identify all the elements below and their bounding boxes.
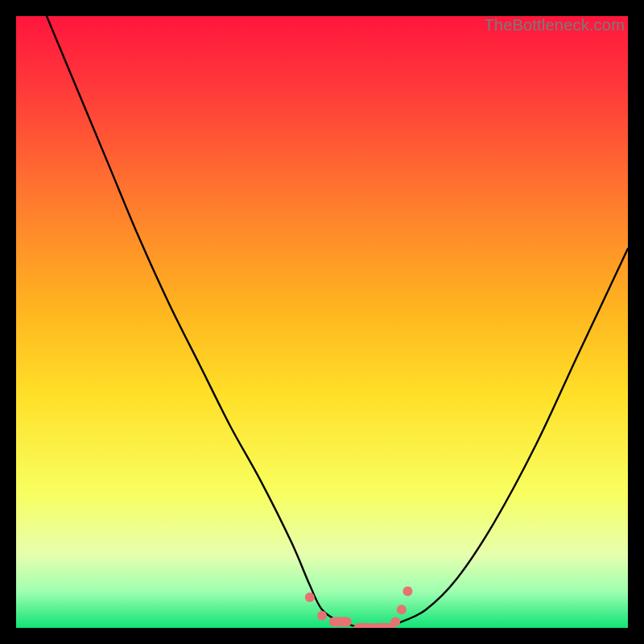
chart-frame: TheBottleneck.com [16,16,628,628]
plot-svg [16,16,628,628]
marker-dot [397,605,407,614]
marker-dot [317,611,327,621]
watermark-text: TheBottleneck.com [484,16,625,35]
gradient-background [16,16,628,628]
marker-pill [329,617,352,626]
marker-dot [305,592,315,602]
marker-dot [390,617,400,626]
marker-dot [402,586,412,596]
